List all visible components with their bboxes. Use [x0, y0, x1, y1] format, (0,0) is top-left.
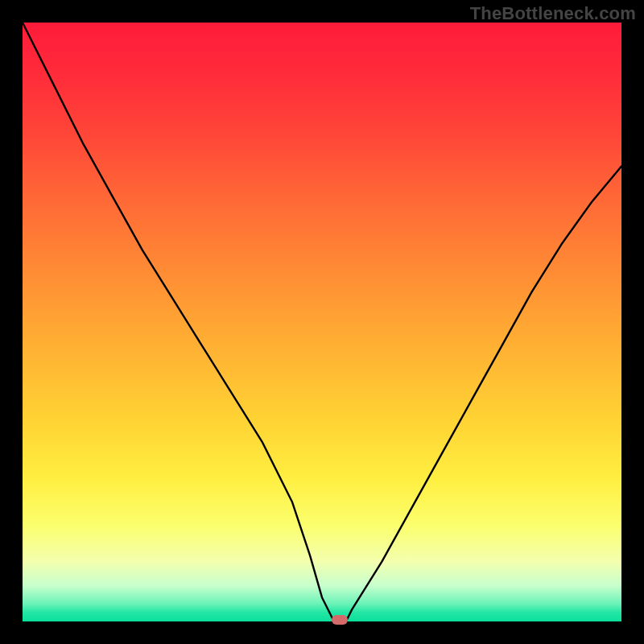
bottleneck-curve	[23, 23, 621, 621]
chart-frame: TheBottleneck.com	[0, 0, 644, 644]
watermark-text: TheBottleneck.com	[470, 3, 636, 24]
optimal-point-marker	[332, 615, 348, 625]
curve-svg	[23, 23, 621, 621]
plot-area	[23, 23, 621, 621]
